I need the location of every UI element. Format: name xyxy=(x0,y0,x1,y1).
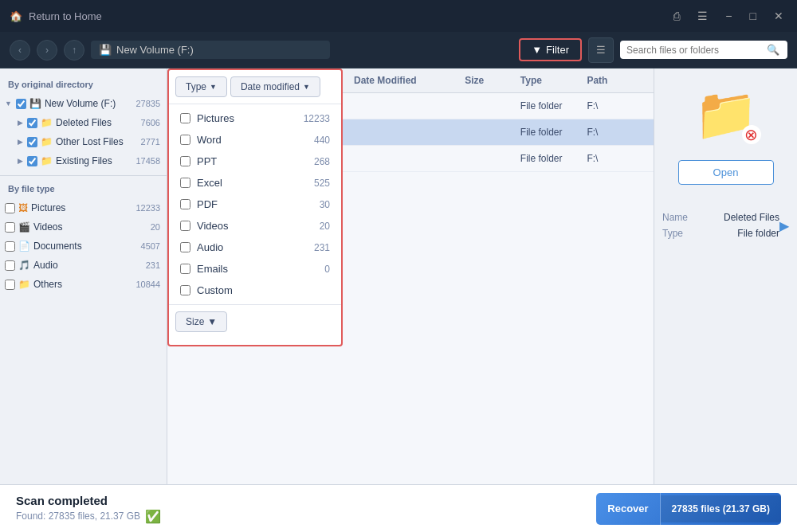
type-label-rp: Type xyxy=(662,228,683,239)
filter-emails-count: 0 xyxy=(324,264,330,275)
filter-pdf-label: PDF xyxy=(197,198,218,210)
filter-custom-checkbox[interactable] xyxy=(180,285,190,295)
filter-audio-checkbox[interactable] xyxy=(180,242,190,252)
table-row[interactable]: File folder F:\ xyxy=(343,146,654,172)
deleted-checkbox[interactable] xyxy=(27,118,37,128)
sidebar-item-pictures[interactable]: 🖼 Pictures 12233 xyxy=(0,198,167,217)
type-filter-tab[interactable]: Type ▼ xyxy=(175,76,227,97)
close-button[interactable]: ✕ xyxy=(770,8,787,24)
filter-label: Filter xyxy=(546,44,569,56)
drive-icon: 💾 xyxy=(99,44,112,56)
table-row[interactable]: File folder F:\ xyxy=(343,93,654,119)
existing-folder-icon: 📁 xyxy=(41,155,53,166)
audio-icon: 🎵 xyxy=(18,260,30,271)
view-list-button[interactable]: ☰ xyxy=(588,37,614,63)
deleted-count: 7606 xyxy=(141,118,160,127)
filter-row-ppt[interactable]: PPT 268 xyxy=(169,151,341,172)
toolbar: ‹ › ↑ 💾 New Volume (F:) ▼ Filter ☰ 🔍 xyxy=(0,32,797,68)
name-label: Name xyxy=(662,212,688,223)
drive-icon: 💾 xyxy=(29,98,41,109)
menu-button[interactable]: ☰ xyxy=(693,8,712,24)
otherlost-checkbox[interactable] xyxy=(27,137,37,147)
filter-pictures-checkbox[interactable] xyxy=(180,113,190,123)
filter-videos-checkbox[interactable] xyxy=(180,221,190,231)
filter-excel-checkbox[interactable] xyxy=(180,178,190,188)
chevron-down-icon: ▼ xyxy=(5,100,12,108)
others-checkbox[interactable] xyxy=(5,280,15,290)
filter-row-custom[interactable]: Custom xyxy=(169,280,341,301)
filter-row-pictures[interactable]: Pictures 12233 xyxy=(169,108,341,129)
size-label: Size xyxy=(186,316,204,327)
up-button[interactable]: ↑ xyxy=(64,40,84,61)
audio-checkbox[interactable] xyxy=(5,260,15,271)
recover-label: Recover xyxy=(596,495,659,522)
filter-word-count: 440 xyxy=(314,135,330,146)
search-icon: 🔍 xyxy=(767,44,779,56)
filter-row-videos[interactable]: Videos 20 xyxy=(169,215,341,237)
audio-label: Audio xyxy=(33,260,58,271)
type-chevron-icon: ▼ xyxy=(210,83,217,91)
size-filter-button[interactable]: Size ▼ xyxy=(175,311,227,332)
existing-count: 17458 xyxy=(135,156,160,166)
maximize-button[interactable]: □ xyxy=(746,8,760,24)
existing-checkbox[interactable] xyxy=(27,156,37,166)
search-input[interactable] xyxy=(626,45,762,56)
documents-checkbox[interactable] xyxy=(5,241,15,252)
found-text: Found: 27835 files, 21.37 GB xyxy=(16,510,140,522)
back-button[interactable]: ‹ xyxy=(10,40,30,61)
filter-ppt-checkbox[interactable] xyxy=(180,156,190,166)
right-chevron-icon[interactable]: ▶ xyxy=(779,218,789,233)
sidebar-item-newvolume[interactable]: ▼ 💾 New Volume (F:) 27835 xyxy=(0,94,167,113)
pictures-checkbox[interactable] xyxy=(5,203,15,213)
filter-pictures-count: 12233 xyxy=(304,113,330,124)
sidebar-item-deleted[interactable]: ▶ 📁 Deleted Files 7606 xyxy=(0,113,167,132)
type-value-rp: File folder xyxy=(737,228,779,239)
table-row[interactable]: File folder F:\ xyxy=(343,119,654,146)
filter-panel-header: Type ▼ Date modified ▼ xyxy=(169,76,341,104)
search-box: 🔍 xyxy=(620,41,787,59)
otherlost-label: Other Lost Files xyxy=(56,136,124,147)
audio-count: 231 xyxy=(146,260,160,270)
row3-type: File folder xyxy=(520,153,587,164)
date-chevron-icon: ▼ xyxy=(303,83,310,91)
others-label: Others xyxy=(33,279,62,290)
filter-ppt-label: PPT xyxy=(197,155,217,167)
filter-word-checkbox[interactable] xyxy=(180,135,190,145)
filter-pdf-checkbox[interactable] xyxy=(180,199,190,209)
sidebar-item-audio[interactable]: 🎵 Audio 231 xyxy=(0,256,167,275)
share-button[interactable]: ⎙ xyxy=(669,8,684,24)
row2-path: F:\ xyxy=(587,127,642,138)
col-path: Path xyxy=(587,75,642,86)
filter-emails-checkbox[interactable] xyxy=(180,264,190,274)
row1-path: F:\ xyxy=(587,100,642,111)
path-bar: 💾 New Volume (F:) xyxy=(91,41,330,59)
filter-emails-label: Emails xyxy=(197,263,228,275)
sidebar-item-videos[interactable]: 🎬 Videos 20 xyxy=(0,217,167,237)
chevron-right-icon: ▶ xyxy=(18,119,23,127)
sidebar-item-others[interactable]: 📁 Others 10844 xyxy=(0,275,167,294)
filter-row-emails[interactable]: Emails 0 xyxy=(169,258,341,280)
otherlost-folder-icon: 📁 xyxy=(41,136,53,147)
open-button[interactable]: Open xyxy=(678,160,774,185)
minimize-button[interactable]: − xyxy=(721,8,736,24)
filter-ppt-count: 268 xyxy=(314,156,330,167)
documents-label: Documents xyxy=(33,241,82,252)
newvolume-checkbox[interactable] xyxy=(16,99,26,109)
videos-checkbox[interactable] xyxy=(5,222,15,233)
statusbar: Scan completed Found: 27835 files, 21.37… xyxy=(0,484,797,532)
forward-button[interactable]: › xyxy=(37,40,57,61)
sidebar-item-otherlost[interactable]: ▶ 📁 Other Lost Files 2771 xyxy=(0,132,167,151)
sidebar-item-existing[interactable]: ▶ 📁 Existing Files 17458 xyxy=(0,151,167,170)
filter-excel-count: 525 xyxy=(314,178,330,189)
info-row-type: Type File folder xyxy=(662,228,779,239)
recover-button[interactable]: Recover 27835 files (21.37 GB) xyxy=(596,493,781,525)
date-filter-tab[interactable]: Date modified ▼ xyxy=(230,76,320,97)
row2-type: File folder xyxy=(520,127,587,138)
filter-row-word[interactable]: Word 440 xyxy=(169,129,341,151)
deleted-label: Deleted Files xyxy=(56,117,112,128)
filter-row-excel[interactable]: Excel 525 xyxy=(169,172,341,194)
filter-row-pdf[interactable]: PDF 30 xyxy=(169,194,341,215)
filter-row-audio[interactable]: Audio 231 xyxy=(169,237,341,258)
sidebar-item-documents[interactable]: 📄 Documents 4507 xyxy=(0,237,167,256)
filter-button[interactable]: ▼ Filter xyxy=(519,38,582,61)
